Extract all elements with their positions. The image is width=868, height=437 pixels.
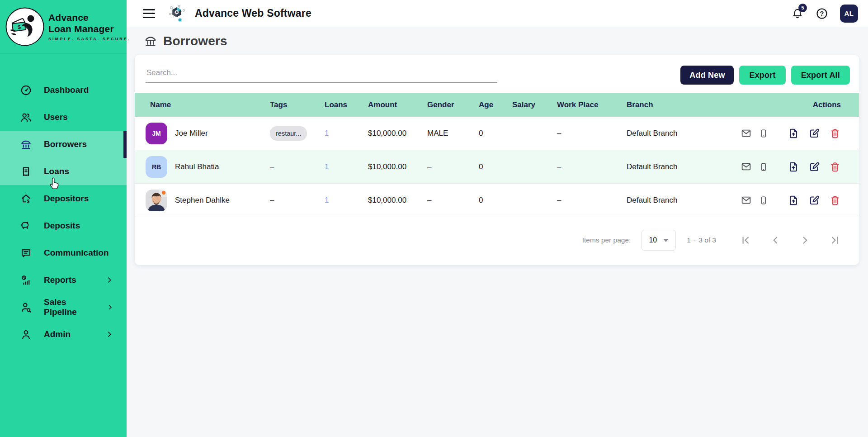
sidebar-item-label: Deposits xyxy=(44,221,80,231)
table-row: RBRahul Bhatia–1$10,000.00–0–Default Bra… xyxy=(135,150,859,184)
sidebar-item-dashboard[interactable]: Dashboard xyxy=(0,76,127,104)
sidebar-nav: DashboardUsersBorrowersLoans$DepositorsD… xyxy=(0,54,127,348)
sidebar-item-label: Reports xyxy=(44,275,76,285)
app-logo-icon xyxy=(168,4,186,23)
column-header-amount: Amount xyxy=(367,93,426,117)
house-dollar-icon: $ xyxy=(20,193,32,205)
sidebar-item-label: Depositors xyxy=(44,194,89,204)
person-search-icon xyxy=(20,301,32,314)
amount-cell: $10,000.00 xyxy=(367,117,426,150)
sidebar-item-loans[interactable]: Loans xyxy=(0,158,127,185)
bank-icon xyxy=(144,34,157,48)
phone-icon[interactable] xyxy=(759,195,769,205)
column-header-actions: Actions xyxy=(732,93,859,117)
sidebar-item-label: Loans xyxy=(44,166,69,176)
work-place-cell: – xyxy=(556,117,626,150)
top-header: Advance Web Software 5 ? AL xyxy=(127,0,868,27)
salary-cell xyxy=(511,117,556,150)
svg-text:?: ? xyxy=(820,10,824,17)
add-new-button[interactable]: Add New xyxy=(680,66,734,85)
edit-icon[interactable] xyxy=(808,195,820,206)
gender-cell: – xyxy=(426,150,478,184)
chevron-right-icon xyxy=(105,330,114,339)
brand-name-line2: Loan Manager xyxy=(48,24,131,35)
table-header-row: NameTagsLoansAmountGenderAgeSalaryWork P… xyxy=(135,93,859,117)
next-page-button[interactable] xyxy=(799,234,811,246)
loans-count-link[interactable]: 1 xyxy=(325,196,329,204)
delete-icon[interactable] xyxy=(829,128,841,139)
brand-tagline: SIMPLE. SASTA. SECURE. xyxy=(48,37,131,41)
borrower-initials-avatar: JM xyxy=(146,123,167,144)
notifications-count-badge: 5 xyxy=(798,4,807,12)
email-icon[interactable] xyxy=(741,161,752,172)
upload-file-icon[interactable] xyxy=(788,128,799,139)
sidebar-item-reports[interactable]: Reports xyxy=(0,266,127,294)
chart-clock-icon xyxy=(20,274,32,286)
sidebar-item-users[interactable]: Users xyxy=(0,104,127,131)
receipt-icon xyxy=(20,166,32,178)
branch-cell: Default Branch xyxy=(626,150,732,184)
borrowers-table: NameTagsLoansAmountGenderAgeSalaryWork P… xyxy=(135,93,859,217)
sidebar-item-depositors[interactable]: $Depositors xyxy=(0,185,127,212)
first-page-button[interactable] xyxy=(740,234,751,246)
column-header-name: Name xyxy=(135,93,269,117)
phone-icon[interactable] xyxy=(759,162,769,172)
paginator: Items per page: 10 1 – 3 of 3 xyxy=(135,217,859,265)
edit-icon[interactable] xyxy=(808,161,820,173)
export-button[interactable]: Export xyxy=(739,66,785,85)
users-icon xyxy=(20,111,32,124)
delete-icon[interactable] xyxy=(829,195,841,206)
borrower-photo-avatar xyxy=(146,190,167,211)
borrowers-card: Add New Export Export All NameTagsLoansA… xyxy=(135,55,859,265)
borrower-initials-avatar: RB xyxy=(146,156,167,178)
borrower-name: Rahul Bhatia xyxy=(175,162,219,171)
phone-icon[interactable] xyxy=(759,128,769,138)
sidebar-item-admin[interactable]: Admin xyxy=(0,321,127,348)
toolbar: Add New Export Export All xyxy=(135,55,859,87)
page-range-label: 1 – 3 of 3 xyxy=(687,236,716,244)
edit-icon[interactable] xyxy=(808,128,820,139)
age-cell: 0 xyxy=(478,184,511,217)
work-place-cell: – xyxy=(556,150,626,184)
sidebar-item-deposits[interactable]: Deposits xyxy=(0,212,127,239)
sidebar-item-communication[interactable]: Communication xyxy=(0,239,127,266)
brand-logo-row: $ Advance Loan Manager SIMPLE. SASTA. SE… xyxy=(0,0,127,54)
column-header-gender: Gender xyxy=(426,93,478,117)
notifications-bell-icon[interactable]: 5 xyxy=(791,7,804,20)
sidebar-item-sales-pipeline[interactable]: Sales Pipeline xyxy=(0,294,127,321)
upload-file-icon[interactable] xyxy=(788,161,799,173)
salary-cell xyxy=(511,184,556,217)
export-all-button[interactable]: Export All xyxy=(791,66,850,85)
amount-cell: $10,000.00 xyxy=(367,150,426,184)
salary-cell xyxy=(511,150,556,184)
person-icon xyxy=(20,328,32,341)
brand-name-line1: Advance xyxy=(48,12,131,24)
brand-text: Advance Loan Manager SIMPLE. SASTA. SECU… xyxy=(48,12,131,42)
email-icon[interactable] xyxy=(741,128,752,139)
email-icon[interactable] xyxy=(741,195,752,206)
help-icon[interactable]: ? xyxy=(816,7,828,20)
upload-file-icon[interactable] xyxy=(788,195,799,206)
tag-chip: restaur... xyxy=(270,126,307,141)
search-input[interactable] xyxy=(146,65,497,83)
table-row: Stephen Dahlke–1$10,000.00–0–Default Bra… xyxy=(135,184,859,217)
gender-cell: MALE xyxy=(426,117,478,150)
chat-icon xyxy=(20,247,32,259)
column-header-loans: Loans xyxy=(324,93,367,117)
items-per-page-select[interactable]: 10 xyxy=(642,230,676,251)
sidebar-item-label: Dashboard xyxy=(44,85,89,95)
delete-icon[interactable] xyxy=(829,161,841,173)
items-per-page-value: 10 xyxy=(649,236,657,244)
sidebar-item-label: Users xyxy=(44,112,68,122)
borrower-name: Joe Miller xyxy=(175,129,208,138)
loans-count-link[interactable]: 1 xyxy=(325,129,329,138)
sidebar-item-borrowers[interactable]: Borrowers xyxy=(0,131,127,158)
last-page-button[interactable] xyxy=(829,234,841,246)
menu-toggle-icon[interactable] xyxy=(143,9,155,18)
amount-cell: $10,000.00 xyxy=(367,184,426,217)
previous-page-button[interactable] xyxy=(769,234,781,246)
loans-count-link[interactable]: 1 xyxy=(325,162,329,171)
user-avatar[interactable]: AL xyxy=(840,5,858,23)
dropdown-caret-icon xyxy=(663,239,669,242)
column-header-work-place: Work Place xyxy=(556,93,626,117)
